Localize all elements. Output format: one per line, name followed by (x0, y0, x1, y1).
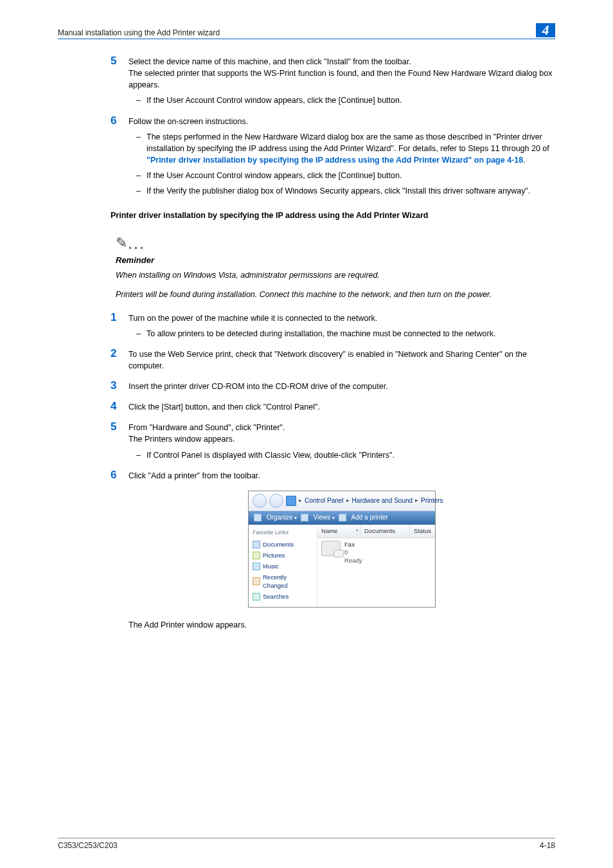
folder-icon (286, 496, 296, 506)
chevron-right-icon: ▸ (299, 496, 302, 505)
bullet-item: If Control Panel is displayed with Class… (129, 449, 555, 461)
step-text: From "Hardware and Sound", click "Printe… (129, 422, 555, 433)
cross-ref-link[interactable]: "Printer driver installation by specifyi… (147, 156, 523, 165)
sidebar-item-documents[interactable]: Documents (253, 540, 313, 549)
bullet-item: If the Verify the publisher dialog box o… (129, 185, 555, 197)
column-headers: Name Documents Status (317, 525, 435, 538)
reminder-text: Printers will be found during installati… (116, 289, 555, 300)
documents-icon (253, 541, 260, 548)
bullet-item: The steps performed in the New Hardware … (129, 131, 555, 166)
bullet-list: If Control Panel is displayed with Class… (129, 449, 555, 461)
step-4b: 4 Click the [Start] button, and then cli… (129, 401, 555, 413)
forward-button-icon[interactable] (269, 494, 283, 508)
step-number: 6 (111, 113, 116, 129)
section-heading: Printer driver installation by specifyin… (111, 210, 555, 221)
fax-status: Ready (344, 557, 362, 565)
step-number: 6 (111, 467, 116, 484)
back-button-icon[interactable] (253, 494, 267, 508)
toolbar: Organize Views Add a printer (249, 511, 435, 525)
breadcrumb-item[interactable]: Control Panel (305, 496, 344, 506)
step-number: 2 (111, 346, 116, 362)
views-icon (301, 514, 308, 521)
after-screenshot-text: The Add Printer window appears. (129, 619, 555, 631)
step-text: Insert the printer driver CD-ROM into th… (129, 381, 555, 392)
bullet-list: If the User Account Control window appea… (129, 95, 555, 106)
reminder-label: Reminder (116, 255, 555, 267)
sidebar-item-searches[interactable]: Searches (253, 592, 313, 601)
step-text: Click "Add a printer" from the toolbar. (129, 470, 555, 482)
column-status[interactable]: Status (410, 525, 435, 538)
fax-count: 0 (344, 548, 362, 556)
chevron-right-icon: ▸ (346, 496, 350, 505)
step-text: Select the device name of this machine, … (129, 56, 555, 68)
sidebar: Favorite Links Documents Pictures Music … (249, 525, 317, 607)
breadcrumb-item[interactable]: Printers (421, 496, 443, 506)
step-text-extra: The Printers window appears. (129, 433, 555, 445)
sidebar-item-music[interactable]: Music (253, 562, 313, 571)
bullet-list: The steps performed in the New Hardware … (129, 131, 555, 197)
chevron-right-icon: ▸ (415, 496, 418, 505)
organize-button[interactable]: Organize (267, 513, 297, 523)
searches-icon (253, 593, 260, 601)
bullet-item: If the User Account Control window appea… (129, 170, 555, 181)
organize-icon (254, 514, 262, 521)
bullet-item: If the User Account Control window appea… (129, 95, 555, 106)
step-5b: 5 From "Hardware and Sound", click "Prin… (129, 422, 555, 460)
chapter-number: 4 (536, 23, 555, 37)
printer-item-fax[interactable]: Fax 0 Ready (317, 538, 435, 567)
add-printer-icon (339, 514, 346, 521)
step-number: 3 (111, 378, 116, 394)
step-2b: 2 To use the Web Service print, check th… (129, 348, 555, 372)
views-button[interactable]: Views (314, 513, 335, 523)
sidebar-label: Music (263, 562, 279, 571)
breadcrumb-item[interactable]: Hardware and Sound (352, 496, 413, 506)
bullet-item: To allow printers to be detected during … (129, 328, 555, 339)
body-content: 5 Select the device name of this machine… (129, 56, 555, 631)
window-body: Favorite Links Documents Pictures Music … (249, 525, 435, 607)
step-5a: 5 Select the device name of this machine… (129, 56, 555, 107)
sidebar-label: Searches (263, 592, 289, 601)
column-name[interactable]: Name (317, 525, 360, 538)
sidebar-label: Pictures (263, 551, 285, 560)
bullet-list: To allow printers to be detected during … (129, 328, 555, 339)
favorites-heading: Favorite Links (253, 529, 313, 537)
step-number: 1 (111, 310, 116, 326)
sidebar-label: Documents (263, 540, 294, 549)
pencil-icon: ✎... (116, 233, 555, 253)
breadcrumb-bar: ▸ Control Panel ▸ Hardware and Sound ▸ P… (249, 491, 435, 511)
footer-page: 4-18 (540, 841, 555, 850)
header-title: Manual installation using the Add Printe… (58, 28, 220, 37)
music-icon (253, 563, 260, 570)
step-text: Turn on the power of the machine while i… (129, 312, 555, 324)
column-documents[interactable]: Documents (360, 525, 410, 538)
sidebar-item-pictures[interactable]: Pictures (253, 551, 313, 560)
bullet-post: . (523, 156, 525, 165)
printers-window-screenshot: ▸ Control Panel ▸ Hardware and Sound ▸ P… (248, 491, 436, 608)
main-pane: Name Documents Status Fax 0 Ready (317, 525, 435, 607)
pictures-icon (253, 552, 260, 559)
reminder-text: When installing on Windows Vista, admini… (116, 269, 555, 281)
page-footer: C353/C253/C203 4-18 (58, 838, 555, 850)
step-1b: 1 Turn on the power of the machine while… (129, 312, 555, 339)
recent-icon (253, 577, 260, 585)
footer-model: C353/C253/C203 (58, 841, 118, 850)
sidebar-label: Recently Changed (263, 573, 313, 591)
fax-name: Fax (344, 541, 362, 548)
step-text-extra: The selected printer that supports the W… (129, 68, 555, 91)
fax-icon (321, 541, 341, 556)
sidebar-item-recent[interactable]: Recently Changed (253, 573, 313, 591)
page-header: Manual installation using the Add Printe… (58, 23, 555, 39)
step-number: 5 (111, 419, 116, 435)
step-text: Click the [Start] button, and then click… (129, 401, 555, 413)
bullet-pre: The steps performed in the New Hardware … (147, 132, 549, 153)
fax-info: Fax 0 Ready (344, 541, 362, 565)
step-6a: 6 Follow the on-screen instructions. The… (129, 116, 555, 197)
reminder-block: ✎... Reminder When installing on Windows… (116, 233, 555, 300)
step-text: To use the Web Service print, check that… (129, 348, 555, 372)
add-printer-button[interactable]: Add a printer (351, 513, 388, 523)
step-6b: 6 Click "Add a printer" from the toolbar… (129, 470, 555, 482)
step-number: 5 (111, 53, 116, 69)
step-text: Follow the on-screen instructions. (129, 116, 555, 127)
step-3b: 3 Insert the printer driver CD-ROM into … (129, 381, 555, 392)
step-number: 4 (111, 399, 116, 415)
